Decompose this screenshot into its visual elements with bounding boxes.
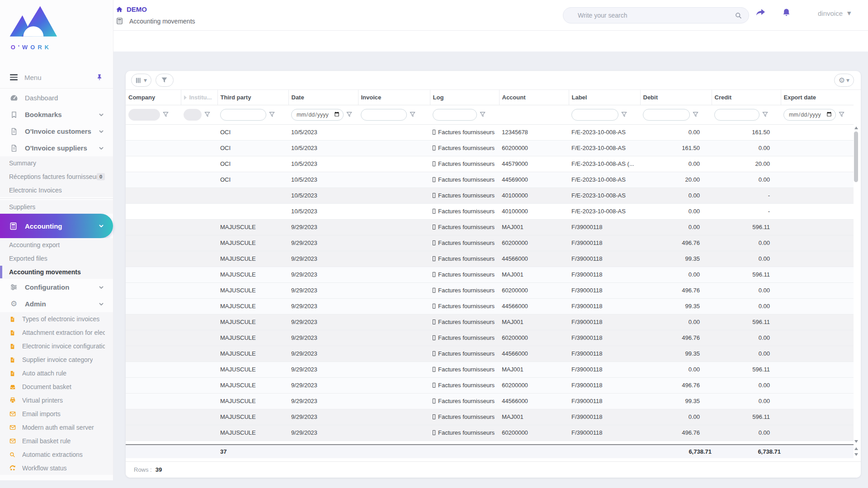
funnel-icon[interactable] bbox=[762, 112, 768, 117]
sidebar-item-accounting[interactable]: Accounting bbox=[0, 214, 113, 238]
sidebar-item-r-ceptions-factures-fournisseurs[interactable]: Réceptions factures fournisseurs0 bbox=[0, 170, 113, 183]
sidebar-item-summary[interactable]: Summary bbox=[0, 156, 113, 170]
date-filter-input[interactable] bbox=[291, 109, 344, 121]
sidebar-item-configuration[interactable]: Configuration bbox=[0, 279, 113, 296]
col-third-party[interactable]: Third party bbox=[217, 90, 288, 105]
funnel-icon[interactable] bbox=[269, 112, 275, 117]
sidebar-item-virtual-printers[interactable]: Virtual printers bbox=[0, 394, 113, 407]
bell-icon[interactable] bbox=[781, 8, 792, 18]
table-row[interactable]: MAJUSCULE9/29/2023Factures fournisseurs6… bbox=[126, 377, 854, 393]
cell-export-date bbox=[781, 377, 854, 393]
col-export-date[interactable]: Export date bbox=[781, 90, 854, 105]
table-row[interactable]: MAJUSCULE9/29/2023Factures fournisseursM… bbox=[126, 409, 854, 425]
table-row[interactable]: MAJUSCULE9/29/2023Factures fournisseurs6… bbox=[126, 235, 854, 251]
funnel-icon[interactable] bbox=[839, 112, 844, 117]
table-row[interactable]: 10/5/2023Factures fournisseurs40100000F/… bbox=[126, 188, 854, 203]
sidebar-item-o-invoice-suppliers[interactable]: O'Invoice suppliers bbox=[0, 140, 113, 156]
col-label[interactable]: Label bbox=[569, 90, 640, 105]
table-row[interactable]: MAJUSCULE9/29/2023Factures fournisseursM… bbox=[126, 361, 854, 377]
totals-scroll-arrows[interactable] bbox=[853, 447, 859, 456]
col-credit[interactable]: Credit bbox=[712, 90, 781, 105]
vertical-scrollbar[interactable] bbox=[853, 127, 859, 443]
columns-button[interactable]: ▼ bbox=[131, 74, 151, 87]
col-institution[interactable]: Institu... bbox=[181, 90, 217, 105]
funnel-icon[interactable] bbox=[480, 112, 486, 117]
sidebar-item-accounting-export[interactable]: Accounting export bbox=[0, 238, 113, 252]
table-settings-button[interactable]: ⚙▼ bbox=[834, 74, 854, 87]
app-logo[interactable]: O'WORK bbox=[0, 0, 113, 66]
col-date[interactable]: Date bbox=[288, 90, 358, 105]
table-row[interactable]: MAJUSCULE9/29/2023Factures fournisseurs6… bbox=[126, 330, 854, 346]
missing-glyph-icon bbox=[433, 177, 435, 182]
cell-third-party: MAJUSCULE bbox=[217, 282, 288, 298]
funnel-icon[interactable] bbox=[163, 112, 169, 117]
debit-filter-input[interactable] bbox=[643, 109, 690, 121]
col-debit[interactable]: Debit bbox=[640, 90, 712, 105]
cell-account: MAJ001 bbox=[499, 219, 569, 235]
sidebar-item-admin[interactable]: ⚙Admin bbox=[0, 296, 113, 312]
funnel-icon[interactable] bbox=[346, 112, 352, 117]
menu-label: Menu bbox=[24, 74, 42, 81]
sidebar-item-supplier-invoice-category[interactable]: Supplier invoice category bbox=[0, 353, 113, 366]
sidebar-item-electronic-invoice-configuration[interactable]: Electronic invoice configuration bbox=[0, 339, 113, 353]
search-icon[interactable] bbox=[735, 12, 742, 19]
table-row[interactable]: MAJUSCULE9/29/2023Factures fournisseurs4… bbox=[126, 251, 854, 267]
sidebar-item-suppliers[interactable]: Suppliers bbox=[0, 200, 113, 214]
share-icon[interactable] bbox=[755, 8, 766, 18]
invoice-filter-input[interactable] bbox=[361, 109, 407, 121]
sidebar-item-modern-auth-email-server[interactable]: Modern auth email server bbox=[0, 421, 113, 434]
sidebar-item-automatic-extractions[interactable]: Automatic extractions bbox=[0, 448, 113, 461]
table-row[interactable]: OCI10/5/2023Factures fournisseurs4457900… bbox=[126, 156, 854, 172]
sidebar-item-bookmarks[interactable]: Bookmarks bbox=[0, 106, 113, 123]
search-input[interactable] bbox=[577, 11, 735, 19]
sidebar-item-types-of-electronic-invoices[interactable]: Types of electronic invoices bbox=[0, 312, 113, 326]
funnel-icon[interactable] bbox=[693, 112, 698, 117]
sidebar-item-workflow-status[interactable]: Workflow status bbox=[0, 461, 113, 475]
table-row[interactable]: OCI10/5/2023Factures fournisseurs6020000… bbox=[126, 140, 854, 156]
col-company[interactable]: Company bbox=[126, 90, 181, 105]
filter-button[interactable] bbox=[156, 74, 174, 87]
funnel-icon[interactable] bbox=[621, 112, 627, 117]
log-filter-input[interactable] bbox=[433, 109, 477, 121]
missing-glyph-icon bbox=[433, 193, 435, 198]
col-invoice[interactable]: Invoice bbox=[358, 90, 430, 105]
pin-icon[interactable] bbox=[96, 74, 103, 81]
sidebar-item-email-basket-rule[interactable]: Email basket rule bbox=[0, 434, 113, 448]
breadcrumb-title: DEMO bbox=[127, 5, 147, 13]
col-account[interactable]: Account bbox=[499, 90, 569, 105]
cell-export-date bbox=[781, 409, 854, 425]
table-row[interactable]: MAJUSCULE9/29/2023Factures fournisseursM… bbox=[126, 314, 854, 330]
cell-log: Factures fournisseurs bbox=[430, 377, 499, 393]
sidebar-item-email-imports[interactable]: Email imports bbox=[0, 407, 113, 421]
table-row[interactable]: MAJUSCULE9/29/2023Factures fournisseurs4… bbox=[126, 346, 854, 361]
movements-table: Company Institu... Third party Date Invo… bbox=[126, 90, 854, 441]
table-row[interactable]: MAJUSCULE9/29/2023Factures fournisseurs4… bbox=[126, 298, 854, 314]
table-row[interactable]: OCI10/5/2023Factures fournisseurs4456900… bbox=[126, 172, 854, 188]
sidebar-item-auto-attach-rule[interactable]: Auto attach rule bbox=[0, 366, 113, 380]
hamburger-icon[interactable] bbox=[10, 74, 18, 80]
user-menu[interactable]: dinvoice ▼ bbox=[818, 9, 851, 17]
sidebar-item-electronic-invoices[interactable]: Electronic Invoices bbox=[0, 183, 113, 197]
sidebar-item-document-basket[interactable]: Document basket bbox=[0, 380, 113, 394]
table-row[interactable]: MAJUSCULE9/29/2023Factures fournisseursM… bbox=[126, 267, 854, 282]
sidebar-item-dashboard[interactable]: Dashboard bbox=[0, 89, 113, 106]
table-row[interactable]: MAJUSCULE9/29/2023Factures fournisseurs6… bbox=[126, 425, 854, 441]
sidebar-item-o-invoice-customers[interactable]: O'Invoice customers bbox=[0, 123, 113, 140]
table-row[interactable]: MAJUSCULE9/29/2023Factures fournisseurs6… bbox=[126, 282, 854, 298]
cell-export-date bbox=[781, 361, 854, 377]
col-log[interactable]: Log bbox=[430, 90, 499, 105]
label-filter-input[interactable] bbox=[571, 109, 618, 121]
sidebar-item-attachment-extraction-for-electroni[interactable]: Attachment extraction for electroni bbox=[0, 326, 113, 339]
export-date-filter-input[interactable] bbox=[783, 109, 836, 121]
credit-filter-input[interactable] bbox=[714, 109, 760, 121]
table-row[interactable]: MAJUSCULE9/29/2023Factures fournisseurs4… bbox=[126, 393, 854, 409]
sidebar-item-exported-files[interactable]: Exported files bbox=[0, 252, 113, 265]
sidebar-item-accounting-movements[interactable]: Accounting movements bbox=[0, 265, 113, 279]
table-row[interactable]: 10/5/2023Factures fournisseurs40100000F/… bbox=[126, 203, 854, 219]
breadcrumb[interactable]: DEMO bbox=[116, 5, 147, 13]
third-party-filter-input[interactable] bbox=[220, 109, 266, 121]
funnel-icon[interactable] bbox=[204, 112, 210, 117]
table-row[interactable]: OCI10/5/2023Factures fournisseurs1234567… bbox=[126, 124, 854, 140]
funnel-icon[interactable] bbox=[410, 112, 415, 117]
table-row[interactable]: MAJUSCULE9/29/2023Factures fournisseursM… bbox=[126, 219, 854, 235]
